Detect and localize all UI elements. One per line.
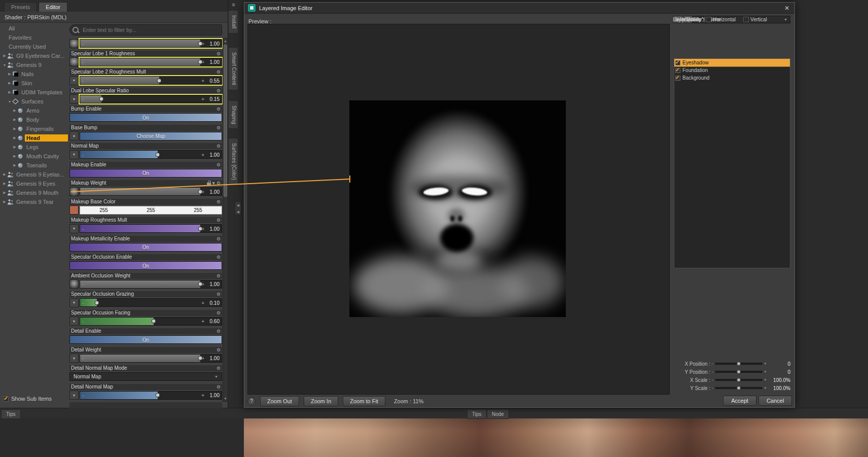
param-toggle[interactable]: On [69,335,222,344]
side-tab-install[interactable]: Install [229,10,238,33]
expand-arrow-icon[interactable]: ▶ [12,109,17,113]
slider-thumb[interactable] [198,60,203,64]
sidebar-item-all[interactable]: All [1,24,68,33]
slider-thumb[interactable] [198,226,203,231]
gear-icon[interactable]: ⚙ [216,144,221,149]
param-slider[interactable]: -+0.60 [80,317,222,326]
color-channel-value[interactable]: 255 [174,206,222,214]
layer-row-background[interactable]: Background [674,74,790,82]
layer-row-foundation[interactable]: Foundation [674,66,790,74]
color-channel-value[interactable]: 255 [127,206,174,214]
layer-visibility-checkbox[interactable] [675,60,680,65]
dialog-titlebar[interactable]: Layered Image Editor ✕ [244,3,794,14]
expand-arrow-icon[interactable]: ▼ [2,63,7,67]
side-tab-surfaces-color[interactable]: Surfaces (Color) [229,138,238,185]
expand-arrow-icon[interactable]: ▶ [12,127,17,131]
scrollbar-thumb[interactable] [224,45,227,197]
transform-value[interactable]: 0 [768,369,790,375]
param-toggle[interactable]: On [69,169,222,178]
param-toggle[interactable]: On [69,243,222,252]
map-dropdown-button[interactable]: ▼ [69,317,79,326]
map-thumbnail-button[interactable] [69,57,79,66]
help-button[interactable]: ? [247,397,256,405]
gear-icon[interactable]: ⚙ [216,384,221,390]
slider-thumb[interactable] [99,97,103,101]
map-dropdown-button[interactable]: ▼ [69,391,79,400]
map-dropdown-button[interactable]: ▼ [69,76,79,85]
scroll-up-icon[interactable]: ▲ [223,39,228,44]
gear-icon[interactable]: ⚙ [216,292,221,297]
close-icon[interactable]: ✕ [783,5,791,12]
slider-thumb[interactable] [156,152,160,157]
sidebar-item-mouth-cavity[interactable]: ▶Mouth Cavity [1,152,68,161]
layers-list-panel[interactable]: EyeshadowFoundationBackground [674,58,790,268]
sidebar-item-genesis-9[interactable]: ▼Genesis 9 [1,60,68,69]
layer-visibility-checkbox[interactable] [675,76,680,81]
param-slider[interactable]: -+0.55 [80,76,222,85]
expand-arrow-icon[interactable]: ▶ [7,81,12,85]
expand-arrow-icon[interactable]: ▶ [2,182,7,186]
layer-row-eyeshadow[interactable]: Eyeshadow [674,59,790,66]
expand-arrow-icon[interactable]: ▶ [2,200,7,204]
param-slider[interactable]: -+1.00 [80,280,222,289]
gear-icon[interactable]: ⚙ [216,162,221,167]
param-value[interactable]: 1.00 [210,41,220,46]
param-value[interactable]: 0.60 [210,319,220,324]
sidebar-item-udim-templates[interactable]: ▶UDIM Templates [1,88,68,97]
viewport-node-tab[interactable]: Node [487,409,509,419]
accept-button[interactable]: Accept [723,396,756,406]
transform-slider-thumb[interactable] [737,370,741,374]
transform-slider[interactable] [715,371,763,373]
slider-thumb[interactable] [152,319,156,324]
sidebar-item-body[interactable]: ▶Body [1,115,68,124]
param-slider[interactable]: -+1.00 [80,224,222,233]
map-dropdown-button[interactable]: ▼ [69,354,79,363]
transform-value[interactable]: 100.0% [768,377,790,383]
expand-arrow-icon[interactable]: ▶ [12,136,17,140]
slider-thumb[interactable] [198,41,203,46]
sidebar-item-fingernails[interactable]: ▶Fingernails [1,124,68,133]
expand-arrow-icon[interactable]: ▶ [7,72,12,76]
cancel-button[interactable]: Cancel [758,396,792,406]
slider-thumb[interactable] [157,78,162,83]
choose-map-button[interactable]: Choose Map [80,132,222,140]
transform-slider[interactable] [715,379,763,381]
zoom-to-fit-button[interactable]: Zoom to Fit [343,396,385,406]
gear-icon[interactable]: ⚙ [216,199,221,204]
map-dropdown-button[interactable]: ▼ [69,298,79,307]
param-slider[interactable]: -+1.00 [80,391,222,400]
expand-arrow-icon[interactable]: ▶ [2,54,7,58]
expand-arrow-icon[interactable]: ▶ [12,145,17,149]
sidebar-item-favorites[interactable]: Favorites [1,33,68,42]
sidebar-item-nails[interactable]: ▶Nails [1,69,68,79]
color-channel-value[interactable]: 255 [80,206,127,214]
map-dropdown-button[interactable]: ▼ [69,94,79,103]
tab-editor[interactable]: Editor [39,2,67,12]
preview-panel[interactable] [247,24,670,395]
gear-icon[interactable]: ⚙ [216,107,221,112]
gear-icon[interactable]: ⚙ [216,273,221,278]
gear-icon[interactable]: ⚙ [216,69,221,75]
sidebar-item-surfaces[interactable]: ▼Surfaces [1,97,68,106]
gear-icon[interactable]: ⚙ [216,329,221,334]
param-slider[interactable]: -+0.15 [80,95,222,103]
slider-thumb[interactable] [95,300,99,305]
gear-icon[interactable]: ⚙ [216,51,221,56]
map-dropdown-button[interactable]: ▼ [69,150,79,159]
param-slider[interactable]: -+1.00 [80,58,222,66]
param-value[interactable]: 0.15 [210,96,220,102]
param-slider[interactable]: -+1.00 [80,354,222,363]
param-value[interactable]: 1.00 [210,226,220,231]
param-toggle[interactable]: On [69,261,222,270]
slider-thumb[interactable] [156,393,160,398]
color-swatch[interactable] [69,205,79,215]
expand-arrow-icon[interactable]: ▶ [2,172,7,177]
sidebar-item-toenails[interactable]: ▶Toenails [1,161,68,170]
param-value[interactable]: 1.00 [210,59,220,65]
expand-arrow-icon[interactable]: ▶ [7,90,12,94]
sidebar-item-skin[interactable]: ▶Skin [1,79,68,88]
transform-value[interactable]: 100.0% [768,385,790,391]
param-value[interactable]: 0.55 [210,78,220,83]
show-sub-items-checkbox[interactable] [3,396,9,402]
param-value[interactable]: 1.00 [210,282,220,287]
